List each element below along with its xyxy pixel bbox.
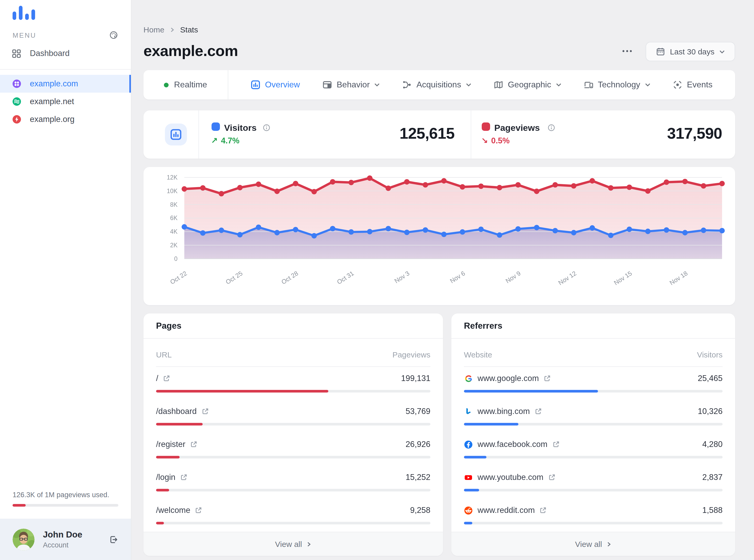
table-row: www.reddit.com 1,588 [464, 498, 722, 531]
visitors-value: 125,615 [316, 124, 455, 142]
external-link-icon[interactable] [543, 375, 551, 382]
breadcrumb-current: Stats [180, 25, 198, 34]
page-url: /dashboard [156, 407, 197, 416]
external-link-icon[interactable] [552, 441, 559, 448]
col-website: Website [464, 350, 492, 359]
external-link-icon[interactable] [540, 507, 547, 514]
external-link-icon[interactable] [201, 408, 209, 415]
avatar [13, 528, 35, 550]
table-row: /dashboard 53,769 [156, 399, 430, 432]
user-name: John Doe [43, 529, 100, 540]
page-value: 26,926 [406, 440, 430, 449]
behavior-icon [323, 80, 332, 89]
tab-events[interactable]: Events [673, 80, 713, 89]
tab-geographic[interactable]: Geographic [494, 80, 561, 89]
tab-label: Acquisitions [417, 80, 461, 89]
pages-view-all-button[interactable]: View all [143, 532, 443, 556]
external-link-icon[interactable] [190, 441, 197, 448]
tab-behavior[interactable]: Behavior [323, 80, 380, 89]
referrer-value: 25,465 [698, 374, 722, 383]
sidebar-item-example-com[interactable]: example.com [0, 75, 131, 93]
sidebar-item-label: Dashboard [30, 49, 70, 58]
progress-fill [464, 489, 479, 492]
tab-overview[interactable]: Overview [251, 80, 300, 89]
site-label: example.net [30, 97, 74, 106]
progress-fill [464, 456, 486, 458]
usage-progressbar [13, 504, 118, 507]
page-title: example.com [143, 42, 238, 60]
user-role: Account [43, 541, 100, 549]
svg-text:Oct 25: Oct 25 [224, 269, 244, 285]
breadcrumb-home[interactable]: Home [143, 25, 165, 34]
visitors-delta: ↗ 4.7% [211, 136, 239, 145]
usage-text: 126.3K of 1M pageviews used. [13, 491, 109, 499]
visitors-swatch [212, 122, 220, 131]
progress-fill [464, 423, 518, 425]
clover-site-icon [13, 80, 21, 88]
col-url: URL [156, 350, 172, 359]
progressbar [464, 390, 722, 393]
app-logo-icon [13, 6, 35, 20]
menu-header: MENU [13, 31, 118, 39]
sidebar-item-dashboard[interactable]: Dashboard [12, 49, 70, 58]
info-icon[interactable] [548, 124, 555, 132]
tab-acquisitions[interactable]: Acquisitions [402, 80, 471, 89]
svg-text:2K: 2K [170, 242, 178, 248]
external-link-icon[interactable] [535, 408, 542, 415]
date-range-button[interactable]: Last 30 days [645, 42, 735, 61]
page-url: /welcome [156, 505, 190, 515]
external-link-icon[interactable] [195, 507, 202, 514]
calendar-icon [656, 47, 665, 56]
referrer-value: 1,588 [702, 505, 722, 515]
referrer-site: www.facebook.com [478, 440, 547, 449]
info-icon[interactable] [263, 124, 270, 132]
referrers-view-all-button[interactable]: View all [451, 532, 735, 556]
page-value: 53,769 [406, 407, 430, 416]
logout-icon[interactable] [109, 535, 118, 544]
youtube-favicon [464, 473, 473, 482]
progressbar [156, 390, 430, 393]
col-pageviews: Pageviews [392, 350, 430, 359]
pages-panel-title: Pages [156, 314, 430, 338]
pages-column-headers: URL Pageviews [156, 345, 430, 364]
visitors-label: Visitors [224, 123, 256, 134]
tab-label: Geographic [508, 80, 551, 89]
table-row: www.youtube.com 2,837 [464, 465, 722, 498]
page-url: / [156, 374, 158, 383]
tab-realtime[interactable]: Realtime [143, 70, 228, 99]
kpi-chart-tile-icon [165, 123, 187, 145]
svg-text:Oct 22: Oct 22 [169, 269, 188, 285]
page-value: 9,258 [410, 505, 430, 515]
user-section[interactable]: John Doe Account [0, 519, 131, 560]
bolt-site-icon [13, 115, 21, 123]
svg-text:Oct 31: Oct 31 [336, 269, 355, 285]
tab-nav: Overview Behavior [228, 70, 735, 99]
progress-fill [156, 390, 328, 393]
referrers-rows: www.google.com 25,465 w [464, 366, 722, 531]
traffic-chart-card: 02K4K6K8K10K12KOct 22Oct 25Oct 28Oct 31N… [143, 167, 735, 305]
page-value: 15,252 [406, 473, 430, 482]
table-row: www.google.com 25,465 [464, 366, 722, 399]
pages-rows: / 199,131 /dashboard 53,769 [156, 366, 430, 531]
table-row: /login 15,252 [156, 465, 430, 498]
external-link-icon[interactable] [548, 474, 556, 481]
tab-technology[interactable]: Technology [584, 80, 650, 89]
sidebar: MENU Dashboard [0, 0, 131, 560]
referrer-site: www.bing.com [478, 407, 530, 416]
page-url: /register [156, 440, 185, 449]
site-label: example.org [30, 115, 75, 124]
chevron-down-icon [374, 83, 380, 86]
external-link-icon[interactable] [163, 375, 170, 382]
theme-icon[interactable] [110, 31, 118, 39]
panel-divider [451, 338, 735, 339]
external-link-icon[interactable] [180, 474, 188, 481]
svg-text:Oct 28: Oct 28 [280, 269, 299, 285]
more-options-button[interactable]: ••• [617, 47, 638, 55]
menu-label: MENU [13, 31, 36, 39]
chevron-down-icon [719, 50, 724, 53]
progress-fill [156, 489, 169, 492]
sidebar-item-example-net[interactable]: example.net [0, 93, 131, 111]
sidebar-item-example-org[interactable]: example.org [0, 111, 131, 128]
referrer-site: www.google.com [478, 374, 539, 383]
tab-label: Technology [598, 80, 640, 89]
